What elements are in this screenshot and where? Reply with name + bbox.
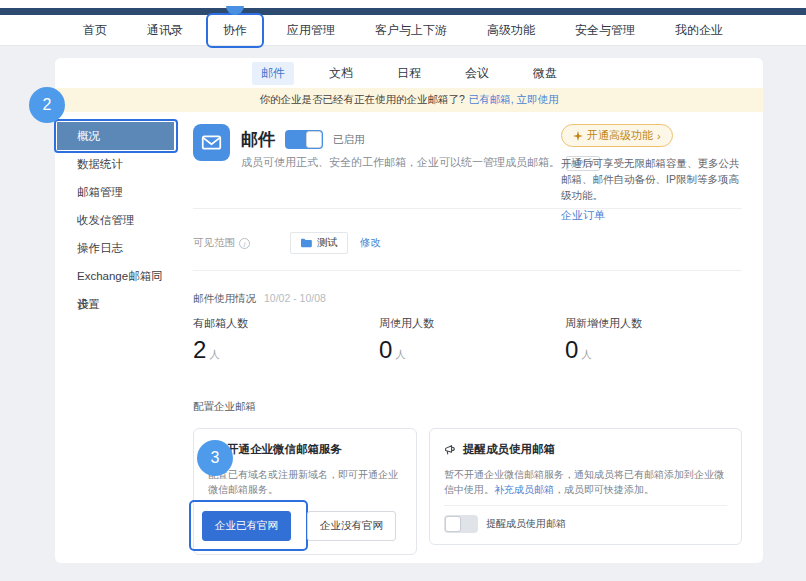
main-panel: 邮件 文档 日程 会议 微盘 你的企业是否已经有正在使用的企业邮箱了? 已有邮箱…	[55, 58, 763, 563]
nav-item-home[interactable]: 首页	[83, 22, 107, 39]
annotation-step-badge-2: 2	[29, 87, 65, 123]
card-divider	[444, 505, 727, 506]
stat-unit: 人	[581, 348, 592, 360]
nav-item-collaboration-label: 协作	[223, 23, 247, 37]
chevron-right-icon: ›	[657, 130, 661, 142]
app-title-row: 邮件 已启用	[241, 128, 365, 151]
stat-unit: 人	[395, 348, 406, 360]
sidebar: 概况 数据统计 邮箱管理 收发信管理 操作日志 Exchange邮箱同步 设置	[57, 122, 174, 318]
stat-unit: 人	[209, 348, 220, 360]
remind-toggle-row: 提醒成员使用邮箱	[444, 515, 566, 533]
mail-enabled-toggle[interactable]	[285, 130, 323, 149]
sidebar-item-mailbox-mgmt[interactable]: 邮箱管理	[57, 178, 174, 206]
divider	[193, 270, 742, 271]
usage-section-title: 邮件使用情况10/02 - 10/08	[193, 292, 326, 306]
sidebar-item-overview[interactable]: 概况	[57, 122, 174, 150]
sidebar-item-send-receive[interactable]: 收发信管理	[57, 206, 174, 234]
has-website-button-label: 企业已有官网	[215, 519, 278, 531]
stat-label: 有邮箱人数	[193, 316, 248, 331]
scope-tag: 测试	[290, 232, 348, 254]
stat-weekly-users: 周使用人数 0人	[379, 316, 434, 364]
annotation-step-badge-3: 3	[197, 440, 233, 476]
has-website-button[interactable]: 企业已有官网	[202, 511, 291, 541]
sidebar-item-settings[interactable]: 设置	[57, 290, 174, 318]
nav-item-advanced[interactable]: 高级功能	[487, 22, 535, 39]
stat-mailbox-count: 有邮箱人数 2人	[193, 316, 248, 364]
stat-number: 0	[379, 336, 392, 363]
sidebar-item-exchange-sync[interactable]: Exchange邮箱同步	[57, 262, 174, 290]
info-icon[interactable]: i	[239, 238, 250, 249]
upgrade-premium-label: 开通高级功能	[587, 128, 653, 143]
enterprise-order-link[interactable]: 企业订单	[561, 208, 742, 223]
edit-scope-link[interactable]: 修改	[360, 236, 381, 250]
remind-description-part2: ，成员即可快捷添加。	[554, 484, 654, 495]
sparkle-icon	[573, 131, 583, 141]
megaphone-icon	[444, 444, 457, 456]
sidebar-item-overview-label: 概况	[77, 130, 100, 142]
app-description: 成员可使用正式、安全的工作邮箱，企业可以统一管理成员邮箱。API ∨	[241, 155, 600, 171]
remind-members-toggle[interactable]	[444, 515, 478, 533]
nav-item-my-company[interactable]: 我的企业	[675, 22, 723, 39]
toggle-knob	[445, 516, 461, 532]
usage-title-text: 邮件使用情况	[193, 292, 256, 304]
remind-toggle-label: 提醒成员使用邮箱	[486, 517, 566, 531]
envelope-icon	[201, 132, 222, 153]
remind-members-title-text: 提醒成员使用邮箱	[463, 442, 555, 457]
window-top-strip	[0, 0, 806, 8]
folder-icon	[300, 238, 312, 248]
stat-number: 2	[193, 336, 206, 363]
screen: 首页 通讯录 协作 应用管理 客户与上下游 高级功能 安全与管理 我的企业 邮件…	[0, 0, 806, 581]
setup-mailbox-buttons: 企业已有官网 企业没有官网	[202, 511, 396, 541]
setup-mailbox-title-text: 开通企业微信邮箱服务	[227, 442, 342, 457]
stat-label: 周使用人数	[379, 316, 434, 331]
stat-weekly-new-users: 周新增使用人数 0人	[565, 316, 642, 364]
setup-mailbox-description: 配置已有域名或注册新域名，即可开通企业微信邮箱服务。	[208, 467, 402, 497]
stat-value: 0人	[379, 336, 434, 364]
usage-date-range: 10/02 - 10/08	[264, 292, 326, 304]
annotation-ring-overview	[54, 119, 178, 153]
remind-members-card: 提醒成员使用邮箱 暂不开通企业微信邮箱服务，通知成员将已有邮箱添加到企业微信中使…	[429, 428, 742, 545]
remind-members-card-title: 提醒成员使用邮箱	[444, 442, 727, 457]
scope-tag-label: 测试	[317, 236, 338, 250]
nav-item-security[interactable]: 安全与管理	[575, 22, 635, 39]
toggle-knob	[306, 131, 322, 148]
stat-label: 周新增使用人数	[565, 316, 642, 331]
stat-value: 0人	[565, 336, 642, 364]
enabled-status-text: 已启用	[333, 133, 365, 147]
main-nav: 首页 通讯录 协作 应用管理 客户与上下游 高级功能 安全与管理 我的企业	[0, 15, 806, 46]
app-title: 邮件	[241, 128, 275, 151]
window-navy-bar	[0, 8, 806, 15]
nav-item-customers[interactable]: 客户与上下游	[375, 22, 447, 39]
stat-value: 2人	[193, 336, 248, 364]
app-description-text: 成员可使用正式、安全的工作邮箱，企业可以统一管理成员邮箱。	[241, 156, 560, 168]
upgrade-premium-button[interactable]: 开通高级功能 ›	[561, 124, 673, 147]
content-area: 邮件 已启用 成员可使用正式、安全的工作邮箱，企业可以统一管理成员邮箱。API …	[193, 58, 742, 563]
config-section-title: 配置企业邮箱	[193, 400, 256, 414]
setup-mailbox-card-title: 开通企业微信邮箱服务	[208, 442, 402, 457]
remind-members-description: 暂不开通企业微信邮箱服务，通知成员将已有邮箱添加到企业微信中使用。补充成员邮箱，…	[444, 467, 727, 497]
visible-range-row: 可见范围 i 测试 修改	[193, 232, 381, 254]
sidebar-item-statistics[interactable]: 数据统计	[57, 150, 174, 178]
premium-description: 开通后可享受无限邮箱容量、更多公共邮箱、邮件自动备份、IP限制等多项高级功能。	[561, 155, 742, 203]
nav-item-collaboration[interactable]: 协作	[223, 22, 247, 39]
no-website-button[interactable]: 企业没有官网	[307, 511, 396, 541]
visible-range-label: 可见范围	[193, 236, 235, 250]
supplement-mailbox-link[interactable]: 补充成员邮箱	[494, 484, 554, 495]
sidebar-item-logs[interactable]: 操作日志	[57, 234, 174, 262]
nav-item-contacts[interactable]: 通讯录	[147, 22, 183, 39]
divider	[193, 208, 742, 209]
stat-number: 0	[565, 336, 578, 363]
mail-app-icon	[193, 124, 230, 161]
nav-item-apps[interactable]: 应用管理	[287, 22, 335, 39]
